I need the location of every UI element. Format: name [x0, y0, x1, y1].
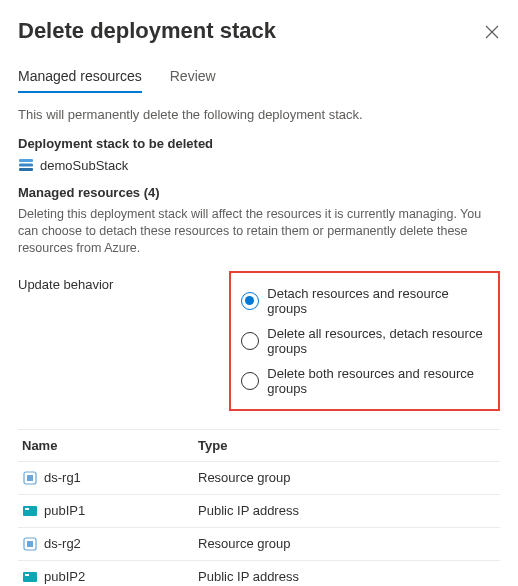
radio-detach[interactable]: Detach resources and resource groups: [241, 281, 488, 321]
resource-name: ds-rg2: [44, 536, 81, 551]
resource-name: pubIP2: [44, 569, 85, 584]
svg-rect-5: [23, 506, 37, 516]
deployment-stack-icon: [18, 157, 34, 173]
tab-review[interactable]: Review: [170, 68, 216, 92]
close-icon[interactable]: [484, 24, 500, 40]
table-row[interactable]: ds-rg2 Resource group: [18, 528, 500, 561]
svg-rect-4: [27, 475, 33, 481]
table-row[interactable]: pubIP2 Public IP address: [18, 561, 500, 586]
radio-button-icon: [241, 332, 259, 350]
resources-table: Name Type ds-rg1 Resource group pubIP1 P…: [18, 429, 500, 586]
table-header: Name Type: [18, 429, 500, 462]
svg-rect-6: [25, 508, 29, 510]
table-row[interactable]: ds-rg1 Resource group: [18, 462, 500, 495]
radio-button-icon: [241, 372, 259, 390]
managed-resources-description: Deleting this deployment stack will affe…: [18, 206, 500, 257]
radio-label: Delete both resources and resource group…: [267, 366, 488, 396]
table-row[interactable]: pubIP1 Public IP address: [18, 495, 500, 528]
radio-delete-resources[interactable]: Delete all resources, detach resource gr…: [241, 321, 488, 361]
resource-type: Public IP address: [198, 495, 500, 526]
delete-stack-panel: Delete deployment stack Managed resource…: [0, 0, 518, 586]
resource-group-icon: [22, 470, 38, 486]
resource-type: Resource group: [198, 528, 500, 559]
svg-rect-8: [27, 541, 33, 547]
public-ip-icon: [22, 569, 38, 585]
resource-type: Public IP address: [198, 561, 500, 586]
tab-managed-resources[interactable]: Managed resources: [18, 68, 142, 92]
svg-rect-2: [19, 168, 33, 171]
update-behavior-radiogroup: Detach resources and resource groups Del…: [229, 271, 500, 411]
update-behavior-label: Update behavior: [18, 271, 229, 292]
svg-rect-1: [19, 164, 33, 167]
public-ip-icon: [22, 503, 38, 519]
header-row: Delete deployment stack: [18, 18, 500, 44]
resource-group-icon: [22, 536, 38, 552]
column-header-type[interactable]: Type: [198, 430, 500, 461]
radio-button-icon: [241, 292, 259, 310]
radio-delete-both[interactable]: Delete both resources and resource group…: [241, 361, 488, 401]
tabs: Managed resources Review: [18, 68, 500, 93]
stack-name: demoSubStack: [40, 158, 128, 173]
column-header-name[interactable]: Name: [18, 430, 198, 461]
resource-name: pubIP1: [44, 503, 85, 518]
stack-row: demoSubStack: [18, 157, 500, 173]
managed-resources-label: Managed resources (4): [18, 185, 500, 200]
stack-section-label: Deployment stack to be deleted: [18, 136, 500, 151]
svg-rect-10: [25, 574, 29, 576]
update-behavior-row: Update behavior Detach resources and res…: [18, 271, 500, 411]
svg-rect-0: [19, 159, 33, 162]
intro-text: This will permanently delete the followi…: [18, 107, 500, 122]
resource-type: Resource group: [198, 462, 500, 493]
panel-title: Delete deployment stack: [18, 18, 276, 44]
radio-label: Detach resources and resource groups: [267, 286, 488, 316]
svg-rect-9: [23, 572, 37, 582]
resource-name: ds-rg1: [44, 470, 81, 485]
radio-label: Delete all resources, detach resource gr…: [267, 326, 488, 356]
